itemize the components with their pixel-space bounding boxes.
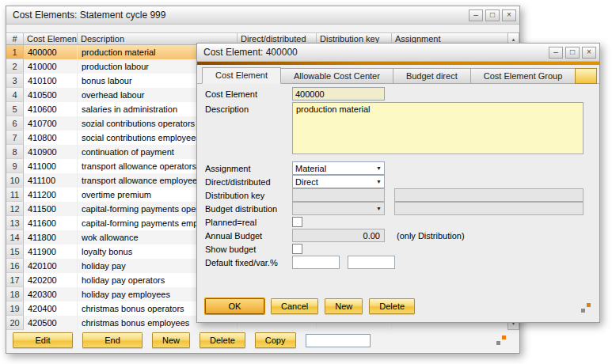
main-window-footer: EditEndNewDeleteCopy <box>13 332 371 348</box>
assignment-value: Material <box>295 164 326 173</box>
default-var-field[interactable] <box>348 256 395 269</box>
row-number-cell[interactable]: 17 <box>6 273 24 287</box>
row-number-cell[interactable]: 9 <box>6 159 24 173</box>
column-header-cost-elemen[interactable]: Cost Elemen <box>24 33 78 44</box>
distribution-key-label: Distribution key <box>205 191 264 200</box>
annual-budget-field[interactable]: 0.00 <box>292 229 385 242</box>
new-button[interactable]: New <box>152 332 190 348</box>
link-arrow-icon[interactable] <box>496 335 507 346</box>
close-icon[interactable]: × <box>582 47 596 59</box>
minimize-icon[interactable]: – <box>549 47 563 59</box>
row-number-cell[interactable]: 15 <box>6 245 24 259</box>
edit-button[interactable]: Edit <box>13 332 73 348</box>
row-number-cell[interactable]: 10 <box>6 173 24 188</box>
active-window-accent-strip <box>197 62 599 65</box>
footer-input[interactable] <box>306 334 371 347</box>
main-window-title: Cost Elements: Statement cycle 999 <box>13 9 466 21</box>
tab-cost-element-group[interactable]: Cost Element Group <box>470 68 576 84</box>
chevron-down-icon: ▼ <box>376 165 382 171</box>
budget-distribution-name-field[interactable] <box>394 202 583 215</box>
show-budget-label: Show budget <box>205 245 256 254</box>
show-budget-checkbox[interactable] <box>292 244 302 254</box>
ok-button[interactable]: OK <box>205 298 264 314</box>
cost-element-cell[interactable]: 411600 <box>24 216 78 230</box>
row-number-cell[interactable]: 20 <box>6 316 24 330</box>
cost-element-cell[interactable]: 411900 <box>24 245 78 259</box>
maximize-icon[interactable]: □ <box>485 9 500 21</box>
cost-element-cell[interactable]: 420200 <box>24 273 78 287</box>
cost-element-cell[interactable]: 411800 <box>24 230 78 245</box>
chevron-down-icon: ▼ <box>376 179 382 184</box>
cost-element-cell[interactable]: 420100 <box>24 259 78 273</box>
tab-cost-element[interactable]: Cost Element <box>202 67 281 84</box>
row-number-cell[interactable]: 11 <box>6 188 24 202</box>
assignment-dropdown[interactable]: Material ▼ <box>292 161 385 175</box>
dialog-titlebar[interactable]: Cost Element: 400000 – □ × <box>197 44 599 62</box>
row-number-cell[interactable]: 6 <box>6 116 24 131</box>
direct-distributed-value: Direct <box>295 177 318 187</box>
delete-button[interactable]: Delete <box>369 298 415 314</box>
minimize-icon[interactable]: – <box>469 9 483 21</box>
cost-element-cell[interactable]: 411000 <box>24 159 78 173</box>
row-number-cell[interactable]: 5 <box>6 102 24 116</box>
description-textarea[interactable]: production material <box>292 102 583 154</box>
direct-distributed-label: Direct/distributed <box>205 177 271 187</box>
row-number-cell[interactable]: 13 <box>6 216 24 230</box>
cost-element-cell[interactable]: 410500 <box>24 88 78 102</box>
row-number-cell[interactable]: 3 <box>6 74 24 88</box>
maximize-icon[interactable]: □ <box>565 47 580 59</box>
distribution-key-field[interactable] <box>292 188 385 202</box>
annual-budget-label: Annual Budget <box>205 231 262 241</box>
close-icon[interactable]: × <box>502 9 516 21</box>
row-number-cell[interactable]: 2 <box>6 59 24 74</box>
direct-distributed-dropdown[interactable]: Direct ▼ <box>292 175 385 188</box>
cost-element-cell[interactable]: 410700 <box>24 116 78 131</box>
new-button[interactable]: New <box>325 298 363 314</box>
tab-strip-filler <box>575 68 597 84</box>
cost-element-cell[interactable]: 420300 <box>24 287 78 301</box>
tab-budget-direct[interactable]: Budget direct <box>393 68 471 84</box>
description-label: Description <box>205 104 249 114</box>
row-number-cell[interactable]: 14 <box>6 230 24 245</box>
cost-element-cell[interactable]: 410100 <box>24 74 78 88</box>
row-number-cell[interactable]: 16 <box>6 259 24 273</box>
row-number-cell[interactable]: 12 <box>6 202 24 216</box>
dialog-title: Cost Element: 400000 <box>203 47 546 58</box>
row-number-cell[interactable]: 8 <box>6 145 24 159</box>
planned-real-checkbox[interactable] <box>292 217 302 227</box>
cost-element-cell[interactable]: 420500 <box>24 316 78 330</box>
default-fixed-var-label: Default fixed/var.% <box>205 258 278 267</box>
dialog-footer-buttons: OKCancelNewDelete <box>205 298 421 314</box>
cost-element-cell[interactable]: 410000 <box>24 59 78 74</box>
cost-element-cell[interactable]: 411500 <box>24 202 78 216</box>
planned-real-label: Planned=real <box>205 218 257 227</box>
cost-element-cell[interactable]: 410600 <box>24 102 78 116</box>
budget-distribution-label: Budget distribution <box>205 204 277 214</box>
distribution-key-name-field[interactable] <box>394 188 583 202</box>
row-number-cell[interactable]: 4 <box>6 88 24 102</box>
budget-distribution-dropdown[interactable]: ▼ <box>292 202 385 215</box>
cost-element-cell[interactable]: 410800 <box>24 131 78 145</box>
cancel-button[interactable]: Cancel <box>271 298 318 314</box>
cost-element-cell[interactable]: 411100 <box>24 173 78 188</box>
assignment-label: Assignment <box>205 164 250 173</box>
dialog-footer: OKCancelNewDelete <box>205 298 421 314</box>
default-fixed-field[interactable] <box>292 256 340 269</box>
cost-element-cell[interactable]: 400000 <box>24 45 78 59</box>
cost-element-cell[interactable]: 411200 <box>24 188 78 202</box>
delete-button[interactable]: Delete <box>200 332 245 348</box>
cost-element-field[interactable]: 400000 <box>292 87 385 100</box>
row-number-cell[interactable]: 18 <box>6 287 24 301</box>
link-arrow-icon[interactable] <box>580 302 591 313</box>
row-number-cell[interactable]: 7 <box>6 131 24 145</box>
row-number-cell[interactable]: 1 <box>6 45 24 59</box>
main-footer-buttons: EditEndNewDeleteCopy <box>13 332 306 348</box>
row-number-cell[interactable]: 19 <box>6 301 24 316</box>
cost-element-cell[interactable]: 420400 <box>24 301 78 316</box>
column-header-num[interactable]: # <box>6 33 24 44</box>
main-window-titlebar[interactable]: Cost Elements: Statement cycle 999 – □ × <box>6 6 519 25</box>
tab-allowable-cost-center[interactable]: Allowable Cost Center <box>280 68 393 84</box>
end-button[interactable]: End <box>82 332 143 348</box>
copy-button[interactable]: Copy <box>255 332 296 348</box>
cost-element-cell[interactable]: 410900 <box>24 145 78 159</box>
